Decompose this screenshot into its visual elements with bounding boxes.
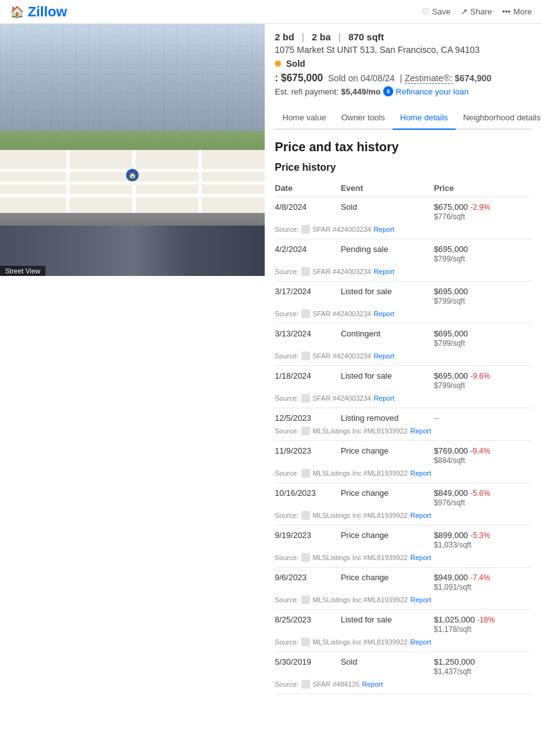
table-row: 3/17/2024 Listed for sale $695,000 $799/… <box>275 282 532 309</box>
source-row: Source: SFAR #424003234 Report <box>275 266 532 282</box>
table-row: 9/19/2023 Price change $899,000 -5.3% $1… <box>275 525 532 553</box>
source-row: Source: MLSListings Inc #ML81939922 Repo… <box>275 510 532 525</box>
property-address: 1075 Market St UNIT 513, San Francisco, … <box>275 45 532 55</box>
source-icon <box>301 595 310 604</box>
map-bg: 🏠 <box>0 150 265 213</box>
event-cell: Contingent <box>341 324 434 351</box>
price-cell: $695,000 $799/sqft <box>434 239 532 266</box>
property-image <box>0 24 265 150</box>
status-row: Sold <box>275 59 532 69</box>
baths-value: 2 ba <box>312 32 331 42</box>
zillow-logo: 🏠 Zillow <box>10 4 67 20</box>
refi-label: Est. refi payment: <box>275 87 338 96</box>
source-row: Source: MLSListings Inc #ML81939922 Repo… <box>275 467 532 483</box>
event-cell: Listed for sale <box>341 366 434 393</box>
price-cell: $695,000 -9.6% $799/sqft <box>434 366 532 393</box>
source-icon <box>301 394 310 403</box>
event-cell: Price change <box>341 441 434 468</box>
report-link[interactable]: Report <box>410 512 431 519</box>
more-button[interactable]: ••• More <box>502 7 532 16</box>
price-cell: $949,000 -7.4% $1,091/sqft <box>434 568 532 595</box>
report-link[interactable]: Report <box>374 352 395 360</box>
table-row: 9/6/2023 Price change $949,000 -7.4% $1,… <box>275 568 532 595</box>
building-image <box>0 24 265 131</box>
refi-row: Est. refi payment: $5,449/mo $ Refinance… <box>275 86 532 96</box>
price-row: : $675,000 Sold on 04/08/24 | Zestimate®… <box>275 72 532 84</box>
tab-owner-tools[interactable]: Owner tools <box>333 106 392 130</box>
zestimate-value: $674,900 <box>454 73 491 83</box>
zestimate-link[interactable]: Zestimate®: <box>405 73 453 84</box>
meta-row: 2 bd | 2 ba | 870 sqft <box>275 32 532 42</box>
sqft-value: 870 sqft <box>349 32 384 42</box>
source-row: Source: MLSListings Inc #ML81939922 Repo… <box>275 552 532 568</box>
source-icon <box>301 267 310 276</box>
source-row: Source: MLSListings Inc #ML81939922 Repo… <box>275 594 532 610</box>
price-cell: $769,000 -9.4% $884/sqft <box>434 441 532 468</box>
zestimate: | Zestimate®: $674,900 <box>400 73 492 83</box>
source-icon <box>301 511 310 520</box>
refi-link[interactable]: $ Refinance your loan <box>383 86 469 96</box>
price-cell: $1,025,000 -18% $1,178/sqft <box>434 610 532 637</box>
report-link[interactable]: Report <box>374 268 395 275</box>
date-cell: 5/30/2019 <box>275 652 341 679</box>
date-cell: 3/17/2024 <box>275 282 341 309</box>
table-row: 5/30/2019 Sold $1,250,000 $1,437/sqft <box>275 652 532 679</box>
report-link[interactable]: Report <box>410 427 431 435</box>
source-row: Source: SFAR #424003234 Report <box>275 224 532 239</box>
dollar-icon: $ <box>383 86 393 96</box>
date-cell: 3/13/2024 <box>275 324 341 351</box>
tab-neighborhood-details[interactable]: Neighborhood details <box>456 106 542 130</box>
tab-home-details[interactable]: Home details <box>393 106 456 130</box>
price-cell: $695,000 $799/sqft <box>434 282 532 309</box>
report-link[interactable]: Report <box>374 226 395 233</box>
street-view-label: Street View <box>0 266 45 276</box>
report-link[interactable]: Report <box>362 680 383 688</box>
source-row: Source: SFAR #424003234 Report <box>275 392 532 408</box>
refi-amount: $5,449/mo <box>341 87 381 96</box>
report-link[interactable]: Report <box>374 310 395 318</box>
report-link[interactable]: Report <box>410 554 431 561</box>
table-row: 11/9/2023 Price change $769,000 -9.4% $8… <box>275 441 532 468</box>
section-title: Price and tax history <box>275 140 532 154</box>
event-cell: Listed for sale <box>341 610 434 637</box>
date-cell: 4/2/2024 <box>275 239 341 266</box>
price-main: : $675,000 <box>275 72 323 84</box>
report-link[interactable]: Report <box>410 638 431 646</box>
table-row: 12/5/2023 Listing removed -- <box>275 408 532 426</box>
street-view-image[interactable]: Street View <box>0 213 265 276</box>
sold-date: Sold on 04/08/24 <box>328 73 395 83</box>
table-row: 4/8/2024 Sold $675,000 -2.9% $776/sqft <box>275 197 532 224</box>
source-icon <box>301 309 310 318</box>
header: 🏠 Zillow ♡ Save ↗ Share ••• More <box>0 0 542 24</box>
table-row: 3/13/2024 Contingent $695,000 $799/sqft <box>275 324 532 351</box>
table-row: 4/2/2024 Pending sale $695,000 $799/sqft <box>275 239 532 266</box>
table-row: 10/16/2023 Price change $849,000 -5.6% $… <box>275 483 532 510</box>
date-cell: 8/25/2023 <box>275 610 341 637</box>
main-layout: 🏠 Street View 2 bd | 2 ba | 870 sqft 107… <box>0 24 542 704</box>
source-icon <box>301 680 310 689</box>
map-container[interactable]: 🏠 <box>0 150 265 213</box>
refi-link-text: Refinance your loan <box>396 87 469 96</box>
table-row: 8/25/2023 Listed for sale $1,025,000 -18… <box>275 610 532 637</box>
logo-text: Zillow <box>28 4 67 20</box>
map-road <box>66 150 69 213</box>
report-link[interactable]: Report <box>410 596 431 604</box>
left-panel: 🏠 Street View <box>0 24 265 704</box>
event-cell: Listed for sale <box>341 282 434 309</box>
report-link[interactable]: Report <box>374 394 395 402</box>
share-button[interactable]: ↗ Share <box>461 7 492 16</box>
map-road <box>199 150 202 213</box>
tab-home-value[interactable]: Home value <box>275 106 333 130</box>
report-link[interactable]: Report <box>410 469 431 477</box>
heart-icon: ♡ <box>422 7 429 16</box>
source-icon <box>301 469 310 478</box>
date-cell: 4/8/2024 <box>275 197 341 224</box>
source-icon <box>301 553 310 562</box>
property-meta: 2 bd | 2 ba | 870 sqft 1075 Market St UN… <box>275 24 532 106</box>
event-cell: Price change <box>341 568 434 595</box>
save-button[interactable]: ♡ Save <box>422 7 451 16</box>
date-cell: 9/6/2023 <box>275 568 341 595</box>
event-cell: Price change <box>341 483 434 510</box>
tabs: Home value Owner tools Home details Neig… <box>275 106 532 130</box>
source-icon <box>301 352 310 360</box>
